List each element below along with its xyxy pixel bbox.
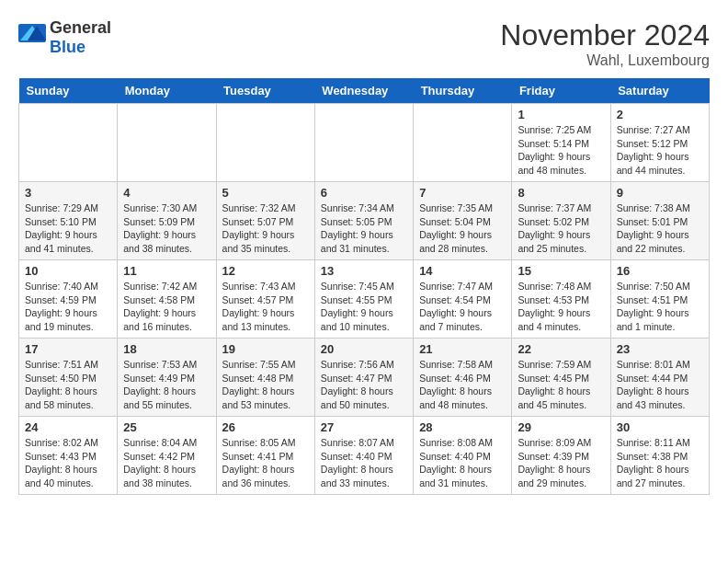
page-header: General Blue November 2024 Wahl, Luxembo… [18,18,710,69]
day-number: 4 [123,186,210,200]
day-number: 15 [518,264,604,278]
day-info: Sunrise: 8:02 AM Sunset: 4:43 PM Dayligh… [25,436,111,490]
day-info: Sunrise: 7:38 AM Sunset: 5:01 PM Dayligh… [617,201,703,256]
logo-icon [18,24,46,52]
calendar-cell: 5Sunrise: 7:32 AM Sunset: 5:07 PM Daylig… [216,182,314,260]
day-of-week-header: Wednesday [314,78,413,104]
calendar-cell: 2Sunrise: 7:27 AM Sunset: 5:12 PM Daylig… [610,104,709,182]
calendar-table: SundayMondayTuesdayWednesdayThursdayFrid… [18,78,710,495]
day-of-week-header: Saturday [610,78,709,104]
calendar-cell: 14Sunrise: 7:47 AM Sunset: 4:54 PM Dayli… [414,260,512,339]
calendar-cell [19,104,118,182]
calendar-cell: 30Sunrise: 8:11 AM Sunset: 4:38 PM Dayli… [610,417,709,495]
day-info: Sunrise: 7:45 AM Sunset: 4:55 PM Dayligh… [321,280,407,334]
day-info: Sunrise: 7:30 AM Sunset: 5:09 PM Dayligh… [123,201,210,256]
day-of-week-header: Thursday [414,78,512,104]
day-number: 12 [222,264,309,278]
day-info: Sunrise: 7:35 AM Sunset: 5:04 PM Dayligh… [419,201,506,256]
day-number: 30 [617,420,703,434]
day-number: 9 [617,186,703,200]
calendar-cell: 26Sunrise: 8:05 AM Sunset: 4:41 PM Dayli… [216,417,314,495]
day-info: Sunrise: 7:53 AM Sunset: 4:49 PM Dayligh… [123,358,210,412]
calendar-cell [414,104,512,182]
day-number: 6 [321,186,407,200]
calendar-cell: 6Sunrise: 7:34 AM Sunset: 5:05 PM Daylig… [314,182,413,260]
day-info: Sunrise: 7:25 AM Sunset: 5:14 PM Dayligh… [518,123,604,178]
calendar-week-row: 1Sunrise: 7:25 AM Sunset: 5:14 PM Daylig… [19,104,710,182]
month-title: November 2024 [500,18,710,52]
calendar-cell: 21Sunrise: 7:58 AM Sunset: 4:46 PM Dayli… [414,339,512,417]
day-number: 19 [222,342,309,356]
day-info: Sunrise: 7:27 AM Sunset: 5:12 PM Dayligh… [617,123,703,178]
day-number: 24 [25,420,111,434]
calendar-cell: 4Sunrise: 7:30 AM Sunset: 5:09 PM Daylig… [118,182,216,260]
day-info: Sunrise: 7:43 AM Sunset: 4:57 PM Dayligh… [222,280,309,334]
calendar-cell: 7Sunrise: 7:35 AM Sunset: 5:04 PM Daylig… [414,182,512,260]
day-number: 28 [419,420,506,434]
day-info: Sunrise: 7:51 AM Sunset: 4:50 PM Dayligh… [25,358,111,412]
day-number: 14 [419,264,506,278]
day-info: Sunrise: 8:07 AM Sunset: 4:40 PM Dayligh… [321,436,407,490]
calendar-cell: 29Sunrise: 8:09 AM Sunset: 4:39 PM Dayli… [512,417,610,495]
day-info: Sunrise: 7:40 AM Sunset: 4:59 PM Dayligh… [25,280,111,334]
day-info: Sunrise: 7:48 AM Sunset: 4:53 PM Dayligh… [518,280,604,334]
day-number: 16 [617,264,703,278]
day-info: Sunrise: 7:56 AM Sunset: 4:47 PM Dayligh… [321,358,407,412]
day-info: Sunrise: 8:01 AM Sunset: 4:44 PM Dayligh… [617,358,703,412]
calendar-cell: 19Sunrise: 7:55 AM Sunset: 4:48 PM Dayli… [216,339,314,417]
day-info: Sunrise: 7:34 AM Sunset: 5:05 PM Dayligh… [321,201,407,256]
calendar-cell: 18Sunrise: 7:53 AM Sunset: 4:49 PM Dayli… [118,339,216,417]
logo-text: General Blue [50,18,111,57]
calendar-cell [118,104,216,182]
day-number: 3 [25,186,111,200]
day-of-week-header: Tuesday [216,78,314,104]
calendar-cell: 23Sunrise: 8:01 AM Sunset: 4:44 PM Dayli… [610,339,709,417]
day-info: Sunrise: 8:11 AM Sunset: 4:38 PM Dayligh… [617,436,703,490]
day-info: Sunrise: 7:37 AM Sunset: 5:02 PM Dayligh… [518,201,604,256]
calendar-cell: 22Sunrise: 7:59 AM Sunset: 4:45 PM Dayli… [512,339,610,417]
day-number: 20 [321,342,407,356]
day-number: 25 [123,420,210,434]
day-info: Sunrise: 8:09 AM Sunset: 4:39 PM Dayligh… [518,436,604,490]
logo-general: General [50,18,111,37]
day-number: 23 [617,342,703,356]
day-number: 10 [25,264,111,278]
calendar-cell: 9Sunrise: 7:38 AM Sunset: 5:01 PM Daylig… [610,182,709,260]
calendar-header-row: SundayMondayTuesdayWednesdayThursdayFrid… [19,78,710,104]
day-number: 27 [321,420,407,434]
day-info: Sunrise: 7:47 AM Sunset: 4:54 PM Dayligh… [419,280,506,334]
day-of-week-header: Sunday [19,78,118,104]
calendar-cell: 8Sunrise: 7:37 AM Sunset: 5:02 PM Daylig… [512,182,610,260]
calendar-cell [314,104,413,182]
calendar-cell: 27Sunrise: 8:07 AM Sunset: 4:40 PM Dayli… [314,417,413,495]
calendar-cell: 10Sunrise: 7:40 AM Sunset: 4:59 PM Dayli… [19,260,118,339]
calendar-week-row: 24Sunrise: 8:02 AM Sunset: 4:43 PM Dayli… [19,417,710,495]
calendar-cell: 12Sunrise: 7:43 AM Sunset: 4:57 PM Dayli… [216,260,314,339]
title-area: November 2024 Wahl, Luxembourg [500,18,710,69]
day-number: 17 [25,342,111,356]
day-info: Sunrise: 7:58 AM Sunset: 4:46 PM Dayligh… [419,358,506,412]
logo: General Blue [18,18,111,57]
calendar-cell: 15Sunrise: 7:48 AM Sunset: 4:53 PM Dayli… [512,260,610,339]
calendar-cell: 24Sunrise: 8:02 AM Sunset: 4:43 PM Dayli… [19,417,118,495]
day-number: 8 [518,186,604,200]
day-number: 22 [518,342,604,356]
day-info: Sunrise: 7:32 AM Sunset: 5:07 PM Dayligh… [222,201,309,256]
calendar-cell: 16Sunrise: 7:50 AM Sunset: 4:51 PM Dayli… [610,260,709,339]
day-info: Sunrise: 7:29 AM Sunset: 5:10 PM Dayligh… [25,201,111,256]
calendar-cell: 28Sunrise: 8:08 AM Sunset: 4:40 PM Dayli… [414,417,512,495]
day-number: 29 [518,420,604,434]
day-number: 18 [123,342,210,356]
logo-blue: Blue [50,38,85,56]
calendar-cell: 25Sunrise: 8:04 AM Sunset: 4:42 PM Dayli… [118,417,216,495]
calendar-cell: 1Sunrise: 7:25 AM Sunset: 5:14 PM Daylig… [512,104,610,182]
day-number: 5 [222,186,309,200]
day-of-week-header: Monday [118,78,216,104]
day-number: 2 [617,108,703,121]
day-number: 11 [123,264,210,278]
calendar-cell: 17Sunrise: 7:51 AM Sunset: 4:50 PM Dayli… [19,339,118,417]
day-number: 21 [419,342,506,356]
day-of-week-header: Friday [512,78,610,104]
calendar-cell: 13Sunrise: 7:45 AM Sunset: 4:55 PM Dayli… [314,260,413,339]
calendar-cell [216,104,314,182]
